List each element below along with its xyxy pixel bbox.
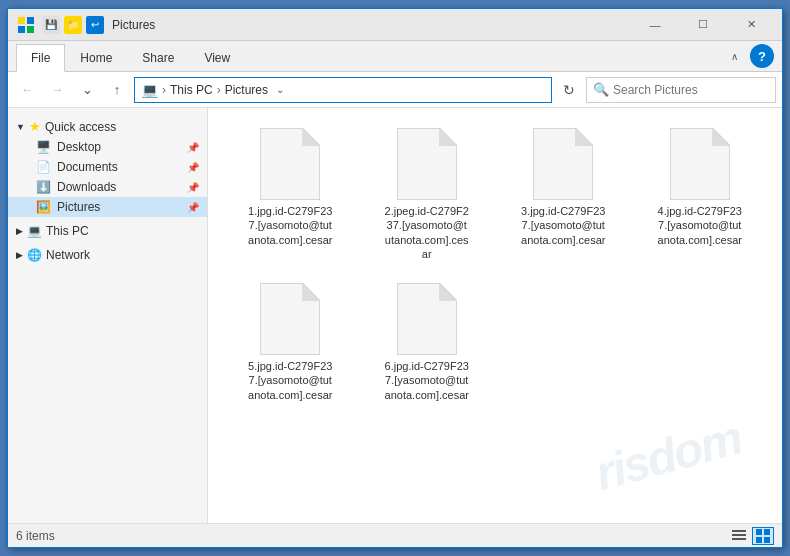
quick-access-header[interactable]: ▼ ★ Quick access: [8, 116, 207, 137]
watermark: risdom: [589, 410, 746, 501]
this-pc-label: This PC: [46, 224, 89, 238]
window-controls: — ☐ ✕: [632, 9, 774, 41]
back-button[interactable]: ←: [14, 77, 40, 103]
file-name-3: 3.jpg.id-C279F237.[yasomoto@tutanota.com…: [521, 204, 605, 247]
file-icon-6: [395, 281, 459, 357]
downloads-icon: ⬇️: [36, 180, 51, 194]
ribbon-tabs: File Home Share View: [8, 41, 253, 71]
svg-rect-3: [27, 26, 34, 33]
up-button[interactable]: ↑: [104, 77, 130, 103]
maximize-button[interactable]: ☐: [680, 9, 726, 41]
status-count: 6 items: [16, 529, 55, 543]
file-item-5[interactable]: 5.jpg.id-C279F237.[yasomoto@tutanota.com…: [224, 275, 357, 408]
search-box[interactable]: 🔍: [586, 77, 776, 103]
list-view-button[interactable]: [728, 527, 750, 545]
file-name-6: 6.jpg.id-C279F237.[yasomoto@tutanota.com…: [385, 359, 469, 402]
file-icon-1: [258, 126, 322, 202]
file-item-3[interactable]: 3.jpg.id-C279F237.[yasomoto@tutanota.com…: [497, 120, 630, 267]
network-icon: 🌐: [27, 248, 42, 262]
grid-view-button[interactable]: [752, 527, 774, 545]
search-icon: 🔍: [593, 82, 609, 97]
status-bar: 6 items: [8, 523, 782, 547]
ribbon-collapse-icon[interactable]: ∧: [723, 51, 746, 62]
sidebar: ▼ ★ Quick access 🖥️ Desktop 📌 📄 Document…: [8, 108, 208, 523]
qs-folder-btn[interactable]: 📁: [64, 16, 82, 34]
ribbon-right: ∧ ?: [723, 44, 782, 68]
path-this-pc: This PC: [170, 83, 213, 97]
close-button[interactable]: ✕: [728, 9, 774, 41]
title-bar: 💾 📁 ↩ Pictures — ☐ ✕: [8, 9, 782, 41]
file-item-6[interactable]: 6.jpg.id-C279F237.[yasomoto@tutanota.com…: [361, 275, 494, 408]
file-name-4: 4.jpg.id-C279F237.[yasomoto@tutanota.com…: [658, 204, 742, 247]
file-icon-3: [531, 126, 595, 202]
pictures-icon: 🖼️: [36, 200, 51, 214]
sidebar-pictures-label: Pictures: [57, 200, 100, 214]
path-pc-icon: 💻: [141, 82, 158, 98]
main-area: ▼ ★ Quick access 🖥️ Desktop 📌 📄 Document…: [8, 108, 782, 523]
file-name-5: 5.jpg.id-C279F237.[yasomoto@tutanota.com…: [248, 359, 332, 402]
file-item-4[interactable]: 4.jpg.id-C279F237.[yasomoto@tutanota.com…: [634, 120, 767, 267]
svg-rect-16: [732, 530, 746, 532]
quick-save-buttons: 💾 📁 ↩: [42, 16, 104, 34]
tab-share[interactable]: Share: [127, 43, 189, 71]
sidebar-desktop-label: Desktop: [57, 140, 101, 154]
sidebar-item-pictures[interactable]: 🖼️ Pictures 📌: [8, 197, 207, 217]
refresh-button[interactable]: ↻: [556, 77, 582, 103]
svg-marker-15: [439, 283, 457, 301]
sidebar-item-desktop[interactable]: 🖥️ Desktop 📌: [8, 137, 207, 157]
file-item-1[interactable]: 1.jpg.id-C279F237.[yasomoto@tutanota.com…: [224, 120, 357, 267]
svg-rect-0: [18, 17, 25, 24]
path-separator-1: ›: [162, 83, 166, 97]
svg-rect-1: [27, 17, 34, 24]
qs-blue-btn[interactable]: ↩: [86, 16, 104, 34]
file-icon-4: [668, 126, 732, 202]
file-icon-5: [258, 281, 322, 357]
dropdown-button[interactable]: ⌄: [74, 77, 100, 103]
forward-button[interactable]: →: [44, 77, 70, 103]
file-icon-2: [395, 126, 459, 202]
pin-icon-pictures: 📌: [187, 202, 199, 213]
address-path[interactable]: 💻 › This PC › Pictures ⌄: [134, 77, 552, 103]
sidebar-downloads-label: Downloads: [57, 180, 116, 194]
path-separator-2: ›: [217, 83, 221, 97]
quick-access-section: ▼ ★ Quick access 🖥️ Desktop 📌 📄 Document…: [8, 116, 207, 217]
quick-access-star-icon: ★: [29, 119, 41, 134]
file-name-1: 1.jpg.id-C279F237.[yasomoto@tutanota.com…: [248, 204, 332, 247]
minimize-button[interactable]: —: [632, 9, 678, 41]
window-icon: [16, 15, 36, 35]
tab-file[interactable]: File: [16, 44, 65, 72]
pin-icon-downloads: 📌: [187, 182, 199, 193]
path-pictures: Pictures: [225, 83, 268, 97]
help-button[interactable]: ?: [750, 44, 774, 68]
quick-access-label: Quick access: [45, 120, 116, 134]
this-pc-header[interactable]: ▶ 💻 This PC: [8, 221, 207, 241]
this-pc-icon: 💻: [27, 224, 42, 238]
this-pc-section: ▶ 💻 This PC: [8, 221, 207, 241]
content-area: 1.jpg.id-C279F237.[yasomoto@tutanota.com…: [208, 108, 782, 523]
pin-icon-desktop: 📌: [187, 142, 199, 153]
svg-rect-19: [756, 529, 762, 535]
tab-view[interactable]: View: [189, 43, 245, 71]
network-header[interactable]: ▶ 🌐 Network: [8, 245, 207, 265]
desktop-icon: 🖥️: [36, 140, 51, 154]
network-label: Network: [46, 248, 90, 262]
svg-rect-2: [18, 26, 25, 33]
this-pc-expand-icon: ▶: [16, 226, 23, 236]
path-dropdown-icon[interactable]: ⌄: [276, 84, 284, 95]
explorer-window: 💾 📁 ↩ Pictures — ☐ ✕ File Home Share Vie…: [7, 8, 783, 548]
sidebar-documents-label: Documents: [57, 160, 118, 174]
search-input[interactable]: [613, 83, 769, 97]
quick-access-expand-icon: ▼: [16, 122, 25, 132]
view-buttons: [728, 527, 774, 545]
address-bar: ← → ⌄ ↑ 💻 › This PC › Pictures ⌄ ↻ 🔍: [8, 72, 782, 108]
qs-save-btn[interactable]: 💾: [42, 16, 60, 34]
ribbon-header: File Home Share View ∧ ?: [8, 41, 782, 71]
svg-rect-21: [756, 537, 762, 543]
svg-rect-17: [732, 534, 746, 536]
ribbon: File Home Share View ∧ ?: [8, 41, 782, 72]
sidebar-item-documents[interactable]: 📄 Documents 📌: [8, 157, 207, 177]
tab-home[interactable]: Home: [65, 43, 127, 71]
sidebar-item-downloads[interactable]: ⬇️ Downloads 📌: [8, 177, 207, 197]
file-name-2: 2.jpeg.id-C279F237.[yasomoto@tutanota.co…: [385, 204, 469, 261]
file-item-2[interactable]: 2.jpeg.id-C279F237.[yasomoto@tutanota.co…: [361, 120, 494, 267]
